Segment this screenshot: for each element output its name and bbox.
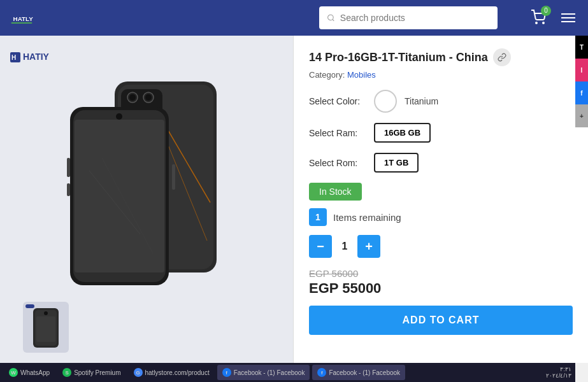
category-row: Category: Mobiles: [309, 70, 573, 80]
product-images-panel: HATIY H: [0, 36, 293, 363]
brand-logo: HATIY H: [10, 46, 61, 67]
svg-point-34: [44, 311, 48, 315]
svg-point-15: [129, 94, 136, 101]
product-title-row: 14 Pro-16GB-1T-Titanium - China: [309, 48, 573, 66]
svg-text:H: H: [11, 54, 16, 61]
taskbar-label-facebook-2: Facebook - (1) Facebook: [329, 369, 400, 376]
ram-option-16gb[interactable]: 16GB GB: [374, 123, 431, 143]
quantity-minus-button[interactable]: −: [309, 235, 332, 258]
taskbar-right: ٣:٣١ ٢٠٢٤/٤/١٣: [546, 366, 571, 379]
svg-point-3: [328, 15, 334, 20]
main-product-image: [45, 73, 248, 294]
svg-point-17: [145, 94, 152, 101]
svg-text:HATIY: HATIY: [23, 52, 50, 62]
price-new: EGP 55000: [309, 280, 573, 297]
rom-option-1t[interactable]: 1T GB: [374, 153, 419, 173]
svg-rect-31: [172, 164, 175, 190]
stock-badge: In Stock: [309, 183, 362, 201]
svg-rect-35: [36, 316, 55, 342]
color-label: Select Color:: [309, 96, 366, 106]
search-bar[interactable]: [319, 6, 498, 29]
taskbar-label-spotify: Spotify Premium: [74, 369, 120, 376]
add-to-cart-button[interactable]: ADD TO CART: [309, 306, 573, 335]
cart-button[interactable]: 0: [528, 7, 549, 29]
menu-line-1: [561, 13, 575, 15]
remaining-text: Items remaining: [333, 212, 401, 223]
menu-button[interactable]: [559, 11, 578, 25]
rom-option-row: Select Rom: 1T GB: [309, 153, 573, 173]
category-link[interactable]: Mobiles: [347, 70, 376, 80]
price-old: EGP 56000: [309, 268, 573, 279]
svg-rect-30: [67, 183, 70, 196]
thumbnail-1[interactable]: [23, 302, 69, 353]
svg-point-26: [116, 113, 122, 120]
taskbar-item-browser[interactable]: G hatlystore.com/product: [129, 365, 215, 380]
taskbar-item-spotify[interactable]: S Spotify Premium: [57, 365, 125, 380]
quantity-value: 1: [338, 241, 351, 252]
svg-text:HATLY: HATLY: [13, 15, 34, 22]
phone-image: [64, 75, 229, 292]
date: ٢٠٢٤/٤/١٣: [546, 372, 571, 379]
ram-label: Select Ram:: [309, 128, 366, 138]
category-label: Category:: [309, 70, 345, 80]
chain-icon: [498, 53, 506, 62]
svg-rect-29: [67, 158, 70, 177]
svg-point-5: [536, 22, 537, 24]
taskbar-label-whatsapp: WhatsApp: [20, 369, 50, 376]
cart-badge: 0: [541, 6, 551, 16]
ram-option-row: Select Ram: 16GB GB: [309, 123, 573, 143]
header: HATLY 0: [0, 0, 588, 36]
tiktok-button[interactable]: T: [575, 36, 588, 59]
quantity-row: − 1 +: [309, 235, 573, 258]
thumbnail-row: [10, 302, 69, 353]
items-remaining-row: 1 Items remaining: [309, 208, 573, 226]
clock-display: ٣:٣١ ٢٠٢٤/٤/١٣: [546, 366, 571, 379]
product-details-panel: 14 Pro-16GB-1T-Titanium - China Category…: [293, 36, 588, 363]
svg-rect-2: [11, 22, 32, 24]
taskbar-label-facebook-1: Facebook - (1) Facebook: [234, 369, 305, 376]
facebook-icon-1: f: [222, 368, 231, 377]
color-swatch-titanium[interactable]: [374, 90, 397, 113]
menu-line-3: [561, 21, 575, 22]
logo-icon: HATLY: [10, 6, 33, 29]
svg-line-4: [333, 19, 334, 20]
facebook-sidebar-button[interactable]: f: [575, 81, 588, 104]
rom-label: Select Rom:: [309, 158, 366, 168]
svg-point-6: [543, 22, 544, 24]
plus-button[interactable]: +: [575, 104, 588, 127]
whatsapp-icon: W: [9, 368, 18, 377]
social-sidebar: T I f +: [575, 36, 588, 127]
taskbar: W WhatsApp S Spotify Premium G hatlystor…: [0, 363, 575, 382]
taskbar-item-facebook-1[interactable]: f Facebook - (1) Facebook: [217, 365, 310, 380]
logo[interactable]: HATLY: [10, 6, 33, 29]
product-title: 14 Pro-16GB-1T-Titanium - China: [309, 51, 488, 64]
browser-icon: G: [134, 368, 143, 377]
taskbar-label-browser: hatlystore.com/product: [145, 369, 210, 376]
spotify-icon: S: [62, 368, 71, 377]
taskbar-item-whatsapp[interactable]: W WhatsApp: [4, 365, 55, 380]
brand-logo-icon: HATIY H: [10, 46, 61, 65]
facebook-icon-2: f: [317, 368, 326, 377]
color-name: Titanium: [405, 96, 438, 106]
time: ٣:٣١: [546, 366, 571, 372]
search-input[interactable]: [340, 13, 490, 23]
color-option-row: Select Color: Titanium: [309, 90, 573, 113]
link-icon[interactable]: [493, 48, 511, 66]
thumb-phone-icon: [30, 307, 62, 348]
taskbar-item-facebook-2[interactable]: f Facebook - (1) Facebook: [312, 365, 405, 380]
remaining-count-badge: 1: [309, 208, 327, 226]
menu-line-2: [561, 17, 575, 18]
thumb-brand: [25, 304, 34, 308]
quantity-plus-button[interactable]: +: [357, 235, 380, 258]
search-icon: [327, 13, 335, 22]
instagram-button[interactable]: I: [575, 59, 588, 81]
main-content: HATIY H: [0, 36, 588, 363]
